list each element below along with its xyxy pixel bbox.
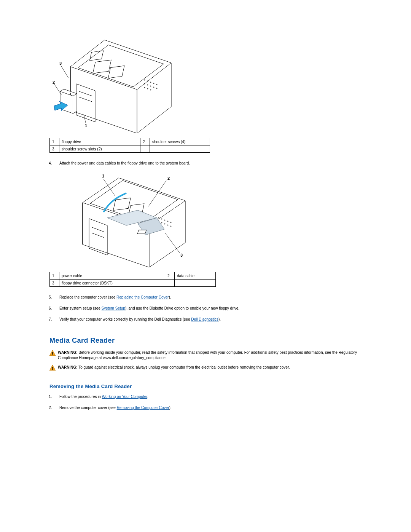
svg-point-32 (164, 224, 165, 224)
link-removing-cover[interactable]: Removing the Computer Cover (117, 406, 169, 410)
svg-line-19 (54, 84, 62, 95)
step-text-pre: Verify that your computer works correctl… (59, 317, 191, 321)
svg-rect-41 (52, 367, 53, 369)
warning-triangle-icon (49, 350, 56, 356)
legend-table-2: 1 power cable 2 data cable 3 floppy driv… (49, 272, 216, 287)
legend-cell: 3 (50, 145, 59, 153)
svg-line-37 (148, 181, 166, 206)
svg-point-26 (161, 219, 162, 219)
legend-cell (165, 280, 175, 287)
step-text-pre: Follow the procedures in (59, 395, 102, 399)
legend-cell: 3 (50, 280, 59, 287)
svg-point-34 (170, 226, 171, 227)
step-text-post: . (147, 395, 148, 399)
step-7: 7.Verify that your computer works correc… (54, 317, 369, 321)
svg-point-31 (161, 222, 162, 223)
svg-point-13 (153, 87, 154, 88)
legend-cell: power cable (59, 272, 165, 280)
warning-body: To guard against electrical shock, alway… (78, 365, 290, 369)
svg-rect-21 (113, 198, 131, 210)
callout-3: 3 (59, 61, 62, 66)
callout-2: 2 (167, 176, 170, 181)
diagram-computer-case-2: 1 2 3 (69, 172, 201, 267)
legend-cell: data cable (175, 272, 216, 280)
step-text-post: ), and use the Diskette Drive option to … (125, 306, 239, 310)
svg-line-38 (165, 233, 180, 253)
svg-point-9 (156, 84, 157, 85)
callout-1: 1 (85, 123, 87, 128)
callout-2: 2 (53, 80, 55, 85)
legend-cell: 2 (165, 272, 175, 280)
step-number: 2. (54, 406, 59, 410)
svg-point-11 (147, 85, 148, 85)
svg-rect-42 (52, 369, 53, 370)
svg-line-3 (79, 91, 92, 96)
step-list-a: 4.Attach the power and data cables to th… (49, 161, 369, 165)
svg-rect-39 (52, 352, 53, 354)
legend-cell: floppy drive (59, 138, 140, 145)
link-working-on-computer[interactable]: Working on Your Computer (102, 395, 147, 399)
legend-cell (175, 280, 216, 287)
callout-3: 3 (180, 253, 183, 257)
legend-cell: shoulder screw slots (2) (59, 145, 140, 153)
svg-point-33 (167, 225, 168, 225)
legend-cell (150, 145, 210, 153)
svg-point-12 (150, 86, 151, 86)
warning-body: Before working inside your computer, rea… (58, 350, 357, 360)
svg-point-16 (147, 88, 148, 89)
step-number: 5. (54, 295, 59, 299)
svg-rect-0 (93, 60, 111, 73)
step-text-pre: Remove the computer cover (see (59, 406, 117, 410)
step-number: 1. (54, 395, 59, 399)
svg-point-25 (158, 217, 159, 218)
step-text-post: ). (169, 295, 171, 299)
svg-rect-1 (108, 66, 124, 78)
step-list-b: 5.Replace the computer cover (see Replac… (49, 295, 369, 321)
svg-line-4 (79, 97, 92, 102)
step-text-post: ). (169, 406, 171, 410)
step-number: 4. (54, 161, 59, 165)
svg-point-17 (150, 89, 151, 90)
step-number: 6. (54, 306, 59, 310)
warning-triangle-icon (49, 365, 56, 371)
link-system-setup[interactable]: System Setup (102, 306, 125, 310)
step-number: 7. (54, 317, 59, 321)
step-c-2: 2.Remove the computer cover (see Removin… (54, 406, 369, 410)
warning-label: WARNING: (58, 365, 78, 369)
warning-text: WARNING: To guard against electrical sho… (58, 365, 290, 370)
heading-removing-media-card-reader: Removing the Media Card Reader (49, 383, 369, 389)
callout-1: 1 (102, 174, 104, 178)
diagram-computer-case-1: 3 2 1 (49, 23, 177, 133)
step-text-pre: Replace the computer cover (see (59, 295, 116, 299)
step-5: 5.Replace the computer cover (see Replac… (54, 295, 369, 299)
legend-cell: 1 (50, 138, 59, 145)
svg-point-27 (164, 220, 165, 220)
link-replacing-cover[interactable]: Replacing the Computer Cover (116, 295, 169, 299)
svg-point-5 (144, 80, 145, 80)
legend-cell: floppy drive connector (DSKT) (59, 280, 165, 287)
svg-point-14 (156, 88, 157, 89)
svg-point-28 (167, 221, 168, 222)
figure-floppy-drive-install: 3 2 1 1 floppy drive 2 shoulder screws (… (49, 23, 369, 153)
legend-cell: 1 (50, 272, 59, 280)
warning-safety-info: WARNING: Before working inside your comp… (49, 350, 369, 360)
warning-electrical-shock: WARNING: To guard against electrical sho… (49, 365, 369, 371)
svg-line-18 (61, 66, 68, 78)
warning-text: WARNING: Before working inside your comp… (58, 350, 369, 360)
warning-label: WARNING: (58, 350, 78, 355)
svg-point-8 (153, 83, 154, 84)
step-4: 4.Attach the power and data cables to th… (54, 161, 369, 165)
heading-media-card-reader: Media Card Reader (49, 337, 369, 345)
step-list-c: 1.Follow the procedures in Working on Yo… (49, 395, 369, 410)
step-text-pre: Enter system setup (see (59, 306, 102, 310)
step-text: Attach the power and data cables to the … (59, 161, 190, 165)
link-dell-diagnostics[interactable]: Dell Diagnostics (191, 317, 218, 321)
step-text-post: ). (218, 317, 221, 321)
svg-rect-35 (137, 230, 147, 234)
svg-line-23 (92, 227, 104, 232)
figure-floppy-cables: 1 2 3 1 power cable 2 data cable 3 flopp… (49, 172, 369, 287)
legend-table-1: 1 floppy drive 2 shoulder screws (4) 3 s… (49, 138, 210, 153)
legend-cell (140, 145, 150, 153)
svg-line-24 (92, 233, 104, 238)
step-6: 6.Enter system setup (see System Setup),… (54, 306, 369, 310)
